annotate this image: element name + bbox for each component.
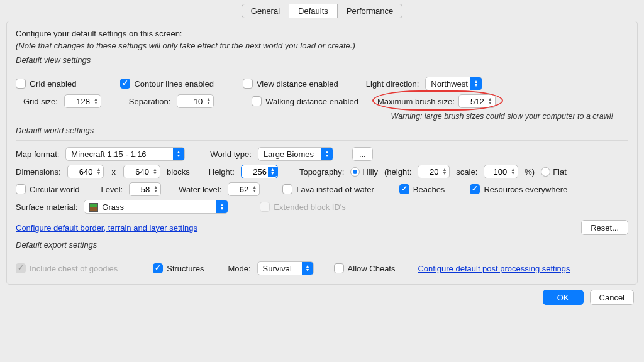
chevron-updown-icon: ▴▾ [216, 200, 228, 213]
dialog-footer: OK Cancel [0, 285, 644, 305]
height-paren-open: (height: [384, 167, 411, 177]
cancel-button[interactable]: Cancel [590, 290, 634, 305]
surface-material-select[interactable]: Grass ▴▾ [84, 200, 228, 214]
max-brush-stepper[interactable]: ▲▼ [458, 94, 496, 108]
intro-note: (Note that changes to these settings wil… [16, 41, 628, 50]
chevron-updown-icon: ▴▾ [302, 262, 313, 275]
resources-checkbox[interactable]: Resources everywhere [470, 184, 567, 194]
dim-height-stepper[interactable]: ▲▼ [123, 165, 160, 178]
structures-checkbox[interactable]: Structures [153, 263, 204, 273]
export-section-title: Default export settings [16, 240, 628, 250]
tab-defaults[interactable]: Defaults [289, 4, 338, 18]
height-select[interactable]: ▲▼ [241, 165, 278, 178]
light-direction-label: Light direction: [366, 79, 419, 89]
extended-block-ids-checkbox: Extended block ID's [260, 202, 346, 212]
water-level-stepper[interactable]: ▲▼ [228, 182, 260, 196]
pct-close: %) [525, 167, 535, 177]
grid-enabled-checkbox[interactable]: Grid enabled [16, 79, 76, 89]
configure-postproc-link[interactable]: Configure default post processing settin… [418, 264, 570, 273]
map-format-select[interactable]: Minecraft 1.15 - 1.16 ▴▾ [65, 147, 185, 161]
contour-lines-checkbox[interactable]: Contour lines enabled [120, 79, 213, 89]
reset-button[interactable]: Reset... [581, 220, 628, 235]
configure-border-link[interactable]: Configure default border, terrain and la… [16, 223, 197, 233]
topo-height-stepper[interactable]: ▲▼ [418, 165, 450, 178]
topography-label: Topography: [299, 167, 345, 177]
surface-material-label: Surface material: [16, 202, 77, 212]
ok-button[interactable]: OK [543, 290, 584, 305]
chest-goodies-checkbox: Include chest of goodies [16, 263, 118, 273]
tab-bar: General Defaults Performance [0, 0, 644, 18]
world-type-select[interactable]: Large Biomes ▴▾ [258, 147, 333, 161]
world-type-label: World type: [210, 150, 252, 159]
tab-performance[interactable]: Performance [338, 4, 402, 18]
dim-width-stepper[interactable]: ▲▼ [67, 165, 104, 178]
circular-world-checkbox[interactable]: Circular world [16, 184, 79, 194]
map-format-label: Map format: [16, 150, 59, 159]
separation-stepper[interactable]: ▲▼ [177, 94, 214, 108]
height-label: Height: [209, 167, 235, 177]
level-label: Level: [101, 185, 123, 194]
separation-label: Separation: [129, 97, 171, 106]
topo-flat-radio[interactable]: Flat [541, 167, 567, 177]
defaults-panel: Configure your default settings on this … [6, 21, 638, 285]
mode-select[interactable]: Survival ▴▾ [257, 261, 314, 275]
chevron-updown-icon: ▴▾ [470, 77, 482, 90]
view-section-title: Default view settings [16, 55, 628, 65]
brush-warning: Warning: large brush sizes could slow yo… [391, 112, 616, 121]
view-distance-checkbox[interactable]: View distance enabled [243, 79, 338, 89]
mode-label: Mode: [228, 264, 250, 273]
world-section-title: Default world settings [16, 126, 628, 135]
lava-checkbox[interactable]: Lava instead of water [282, 184, 374, 194]
blocks-label: blocks [167, 167, 190, 177]
chevron-updown-icon: ▴▾ [173, 148, 184, 160]
grass-icon [89, 203, 98, 212]
allow-cheats-checkbox[interactable]: Allow Cheats [334, 263, 396, 273]
intro-line: Configure your default settings on this … [16, 29, 628, 38]
level-stepper[interactable]: ▲▼ [129, 182, 161, 196]
grid-size-stepper[interactable]: ▲▼ [64, 94, 101, 108]
tab-general[interactable]: General [242, 4, 289, 18]
topo-scale-stepper[interactable]: ▲▼ [484, 165, 518, 178]
dimensions-label: Dimensions: [16, 167, 61, 177]
chevron-updown-icon: ▴▾ [321, 148, 333, 160]
beaches-checkbox[interactable]: Beaches [399, 184, 445, 194]
walking-distance-checkbox[interactable]: Walking distance enabled [252, 96, 358, 106]
light-direction-select[interactable]: Northwest ▴▾ [425, 77, 482, 90]
topo-hilly-radio[interactable]: Hilly [350, 167, 378, 177]
water-level-label: Water level: [179, 185, 221, 194]
grid-size-label: Grid size: [23, 97, 58, 106]
dim-x: x [111, 167, 116, 177]
world-type-more-button[interactable]: ... [352, 147, 373, 161]
max-brush-label: Maximum brush size: [377, 97, 455, 106]
scale-label: scale: [456, 167, 477, 177]
